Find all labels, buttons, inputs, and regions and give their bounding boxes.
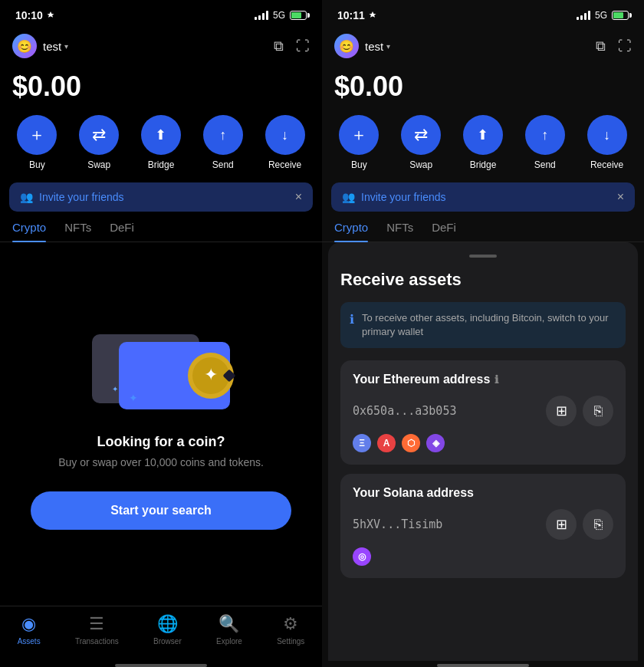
right-time: 10:11 bbox=[337, 9, 377, 21]
bridge-button[interactable]: ⬆ Bridge bbox=[141, 115, 181, 170]
svg-text:✦: ✦ bbox=[112, 385, 118, 393]
right-receive-button[interactable]: ↓ Receive bbox=[587, 115, 627, 170]
ethereum-address-value: 0x650a...a3b053 bbox=[353, 404, 456, 418]
right-buy-button[interactable]: ＋ Buy bbox=[339, 115, 379, 170]
ethereum-chain-icons: Ξ A ⬡ ◈ bbox=[353, 434, 613, 452]
promo-section: Looking for a coin? Buy or swap over 10,… bbox=[58, 434, 264, 468]
left-header: 😊 test ▾ ⧉ ⛶ bbox=[0, 28, 322, 64]
right-tab-defi[interactable]: DeFi bbox=[432, 221, 456, 242]
right-time-text: 10:11 bbox=[337, 9, 365, 21]
fullscreen-icon[interactable]: ⛶ bbox=[296, 38, 310, 54]
receive-sheet-title: Receive assets bbox=[340, 270, 626, 290]
nav-assets[interactable]: ◉ Assets bbox=[18, 614, 41, 646]
send-button[interactable]: ↑ Send bbox=[203, 115, 243, 170]
promo-title: Looking for a coin? bbox=[58, 434, 264, 450]
user-info[interactable]: 😊 test ▾ bbox=[12, 34, 68, 58]
op-chain-icon: ⬡ bbox=[402, 434, 420, 452]
right-invite-icon: 👥 bbox=[342, 191, 355, 203]
right-fullscreen-icon[interactable]: ⛶ bbox=[618, 38, 632, 54]
poly-chain-icon: ◈ bbox=[426, 434, 445, 452]
buy-button[interactable]: ＋ Buy bbox=[17, 115, 57, 170]
chevron-icon: ▾ bbox=[64, 42, 68, 51]
sol-qr-button[interactable]: ⊞ bbox=[546, 509, 577, 540]
start-search-button[interactable]: Start your search bbox=[31, 491, 291, 530]
svg-text:✦: ✦ bbox=[129, 392, 138, 404]
right-swap-button[interactable]: ⇄ Swap bbox=[401, 115, 441, 170]
time-text: 10:10 bbox=[15, 9, 43, 21]
nav-transactions[interactable]: ☰ Transactions bbox=[75, 614, 119, 646]
copy-icon[interactable]: ⧉ bbox=[274, 38, 284, 54]
ethereum-title: Your Ethereum address ℹ bbox=[353, 373, 613, 386]
right-copy-icon[interactable]: ⧉ bbox=[596, 38, 606, 54]
right-invite-banner[interactable]: 👥 Invite your friends × bbox=[331, 182, 635, 212]
right-status-bar: 10:11 5G bbox=[322, 0, 644, 28]
settings-icon: ⚙ bbox=[283, 614, 298, 634]
right-bridge-button[interactable]: ⬆ Bridge bbox=[463, 115, 503, 170]
sol-copy-button[interactable]: ⎘ bbox=[583, 509, 613, 540]
right-user-info[interactable]: 😊 test ▾ bbox=[334, 34, 390, 58]
info-icon: ℹ bbox=[350, 312, 354, 339]
invite-close-button[interactable]: × bbox=[295, 190, 302, 204]
right-tab-nfts[interactable]: NFTs bbox=[386, 221, 413, 242]
nav-settings[interactable]: ⚙ Settings bbox=[277, 614, 304, 646]
right-location-icon bbox=[368, 11, 377, 20]
explore-icon: 🔍 bbox=[219, 614, 239, 634]
battery-icon bbox=[290, 11, 307, 20]
left-bottom-nav: ◉ Assets ☰ Transactions 🌐 Browser 🔍 Expl… bbox=[0, 606, 322, 661]
left-content-area: ✦ ✦ ✦ Looking for a coin? Buy or swap ov… bbox=[0, 242, 322, 606]
sheet-handle bbox=[469, 255, 497, 258]
eth-copy-button[interactable]: ⎘ bbox=[583, 396, 613, 426]
action-buttons: ＋ Buy ⇄ Swap ⬆ Bridge ↑ Send ↓ Receive bbox=[0, 115, 322, 182]
right-network-text: 5G bbox=[595, 10, 607, 21]
location-icon bbox=[46, 11, 55, 20]
balance-section: $0.00 bbox=[0, 64, 322, 115]
swap-button[interactable]: ⇄ Swap bbox=[79, 115, 119, 170]
receive-sheet: Receive assets ℹ To receive other assets… bbox=[328, 242, 638, 661]
ethereum-address-card: Your Ethereum address ℹ 0x650a...a3b053 … bbox=[340, 360, 626, 465]
svg-text:✦: ✦ bbox=[204, 365, 218, 384]
sol-chain-icon: ◎ bbox=[353, 547, 371, 566]
solana-chain-icons: ◎ bbox=[353, 547, 613, 566]
header-icons: ⧉ ⛶ bbox=[274, 38, 310, 54]
receive-button[interactable]: ↓ Receive bbox=[265, 115, 305, 170]
left-tabs: Crypto NFTs DeFi bbox=[0, 221, 322, 242]
right-header-icons: ⧉ ⛶ bbox=[596, 38, 632, 54]
solana-address-value: 5hXV...Tisimb bbox=[353, 518, 442, 531]
solana-address-row: 5hXV...Tisimb ⊞ ⎘ bbox=[353, 509, 613, 540]
nav-browser[interactable]: 🌐 Browser bbox=[153, 614, 182, 646]
right-chevron-icon: ▾ bbox=[386, 42, 390, 51]
invite-text: 👥 Invite your friends bbox=[20, 191, 124, 203]
tab-nfts[interactable]: NFTs bbox=[64, 221, 91, 242]
eth-info-icon: ℹ bbox=[495, 373, 498, 386]
right-header: 😊 test ▾ ⧉ ⛶ bbox=[322, 28, 644, 64]
right-send-button[interactable]: ↑ Send bbox=[525, 115, 565, 170]
invite-banner[interactable]: 👥 Invite your friends × bbox=[9, 182, 313, 212]
eth-qr-button[interactable]: ⊞ bbox=[546, 396, 577, 426]
right-invite-close-button[interactable]: × bbox=[617, 190, 624, 204]
right-tab-crypto[interactable]: Crypto bbox=[334, 221, 368, 242]
right-phone: 10:11 5G 😊 test bbox=[322, 0, 644, 667]
ethereum-address-row: 0x650a...a3b053 ⊞ ⎘ bbox=[353, 396, 613, 426]
promo-subtitle: Buy or swap over 10,000 coins and tokens… bbox=[58, 456, 264, 468]
tab-crypto[interactable]: Crypto bbox=[12, 221, 46, 242]
wallet-illustration: ✦ ✦ ✦ bbox=[77, 319, 245, 419]
right-action-buttons: ＋ Buy ⇄ Swap ⬆ Bridge ↑ Send ↓ Receive bbox=[322, 115, 644, 182]
right-balance-amount: $0.00 bbox=[334, 71, 632, 103]
browser-icon: 🌐 bbox=[157, 614, 178, 634]
right-balance-section: $0.00 bbox=[322, 64, 644, 115]
balance-amount: $0.00 bbox=[12, 71, 310, 103]
eth-chain-icon: Ξ bbox=[353, 434, 371, 452]
left-time: 10:10 bbox=[15, 9, 55, 21]
avatar: 😊 bbox=[12, 34, 37, 58]
transactions-icon: ☰ bbox=[89, 614, 104, 634]
nav-explore[interactable]: 🔍 Explore bbox=[216, 614, 242, 646]
signal-bars bbox=[255, 11, 268, 20]
home-indicator bbox=[115, 664, 207, 667]
info-banner-text: To receive other assets, including Bitco… bbox=[362, 311, 616, 339]
invite-icon: 👥 bbox=[20, 191, 33, 203]
right-user-name-label: test ▾ bbox=[365, 40, 390, 53]
tab-defi[interactable]: DeFi bbox=[110, 221, 134, 242]
solana-address-card: Your Solana address 5hXV...Tisimb ⊞ ⎘ ◎ bbox=[340, 474, 626, 578]
right-signal-bars bbox=[577, 11, 590, 20]
right-home-indicator bbox=[437, 664, 529, 667]
